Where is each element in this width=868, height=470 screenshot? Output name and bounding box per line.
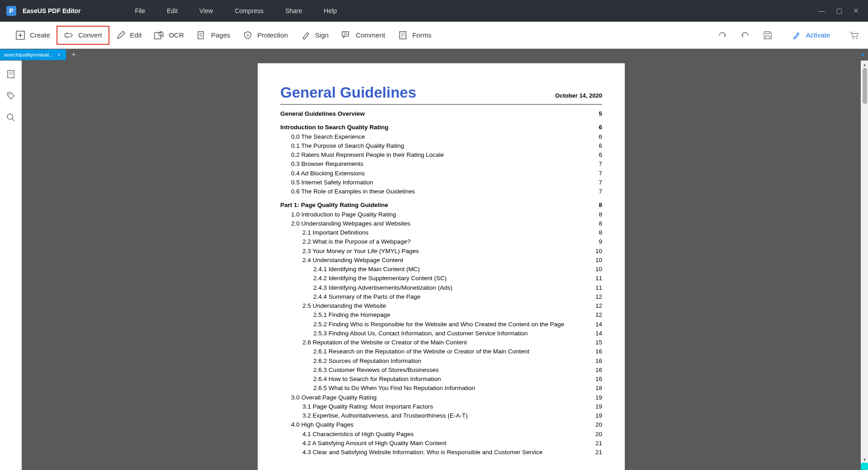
toc-page-num: 10 bbox=[595, 247, 602, 256]
window-controls: — ▢ ✕ bbox=[818, 7, 859, 15]
search-icon[interactable] bbox=[5, 112, 16, 123]
svg-line-5 bbox=[162, 36, 164, 37]
toc-page-num: 21 bbox=[595, 439, 602, 448]
scroll-thumb[interactable] bbox=[863, 68, 867, 104]
cart-icon[interactable] bbox=[849, 30, 859, 40]
close-icon[interactable]: ✕ bbox=[853, 7, 859, 15]
toc-row: 4.1 Characteristics of High Quality Page… bbox=[280, 430, 602, 439]
toc-row: 0.2 Raters Must Represent People in thei… bbox=[280, 150, 602, 160]
workspace: General Guidelines October 14, 2020 Gene… bbox=[0, 61, 868, 470]
toc-page-num: 11 bbox=[595, 283, 602, 292]
toc-row: 2.4.2 Identifying the Supplementary Cont… bbox=[280, 274, 602, 283]
menu-compress[interactable]: Compress bbox=[235, 7, 264, 14]
toc-row: 0.1 The Purpose of Search Quality Rating… bbox=[280, 141, 602, 150]
toc-text: 2.6 Reputation of the Website or Creator… bbox=[302, 338, 467, 347]
menu-edit[interactable]: Edit bbox=[167, 7, 178, 14]
convert-button[interactable]: Convert bbox=[57, 26, 109, 45]
toc-page-num: 8 bbox=[599, 210, 602, 219]
toc-row: 0.3 Browser Requirements7 bbox=[280, 160, 602, 169]
toc-page-num: 19 bbox=[595, 411, 602, 420]
toc-row: 2.6.2 Sources of Reputation Information1… bbox=[280, 357, 602, 366]
toc-text: 3.1 Page Quality Rating: Most Important … bbox=[302, 402, 433, 411]
scroll-up-icon[interactable]: ▴ bbox=[861, 61, 868, 68]
new-tab-button[interactable]: + bbox=[71, 50, 76, 60]
toc-text: 2.4 Understanding Webpage Content bbox=[302, 256, 403, 265]
toc-text: 4.2 A Satisfying Amount of High Quality … bbox=[302, 439, 446, 448]
tab-close-icon[interactable]: × bbox=[56, 52, 62, 57]
toc-text: 4.0 High Quality Pages bbox=[291, 420, 354, 429]
doc-date: October 14, 2020 bbox=[555, 92, 602, 99]
toc-row: Part 1: Page Quality Rating Guideline8 bbox=[280, 201, 602, 210]
tag-icon[interactable] bbox=[5, 90, 16, 101]
maximize-icon[interactable]: ▢ bbox=[836, 7, 842, 15]
toc-row: 2.3 Your Money or Your Life (YMYL) Pages… bbox=[280, 247, 602, 256]
toc-text: 2.6.4 How to Search for Reputation Infor… bbox=[313, 375, 441, 384]
toc-text: 2.6.1 Research on the Reputation of the … bbox=[313, 347, 529, 356]
toc-row: 0.6 The Role of Examples in these Guidel… bbox=[280, 187, 602, 196]
toc-row: 2.5.3 Finding About Us, Contact Informat… bbox=[280, 329, 602, 338]
toc-page-num: 12 bbox=[595, 301, 602, 310]
toc-row: 2.1 Important Definitions8 bbox=[280, 228, 602, 237]
redo-icon[interactable] bbox=[717, 30, 727, 40]
ocr-button[interactable]: OCR bbox=[148, 27, 190, 44]
toc-row: 1.0 Introduction to Page Quality Rating8 bbox=[280, 210, 602, 219]
toc-text: 2.4.1 Identifying the Main Content (MC) bbox=[313, 265, 420, 274]
toc-text: 4.1 Characteristics of High Quality Page… bbox=[302, 430, 414, 439]
toc-page-num: 16 bbox=[595, 366, 602, 375]
toc-row: 2.6.5 What to Do When You Find No Reputa… bbox=[280, 384, 602, 393]
toc-row: 2.6 Reputation of the Website or Creator… bbox=[280, 338, 602, 347]
toc-text: 0.1 The Purpose of Search Quality Rating bbox=[291, 141, 404, 150]
svg-rect-11 bbox=[342, 32, 349, 36]
toc-row: 4.2 A Satisfying Amount of High Quality … bbox=[280, 439, 602, 448]
toc-page-num: 8 bbox=[599, 201, 602, 210]
toc-page-num: 6 bbox=[599, 141, 602, 150]
app-title: EaseUS PDF Editor bbox=[23, 7, 80, 14]
toc-page-num: 11 bbox=[595, 274, 602, 283]
undo-icon[interactable] bbox=[740, 30, 750, 40]
toc-text: 2.4.3 Identifying Advertisements/Monetiz… bbox=[313, 283, 453, 292]
toc-row: 0.4 Ad Blocking Extensions7 bbox=[280, 169, 602, 178]
toc-page-num: 9 bbox=[599, 237, 602, 246]
toc-page-num: 10 bbox=[595, 256, 602, 265]
menu-file[interactable]: File bbox=[135, 7, 145, 14]
scroll-down-icon[interactable]: ▾ bbox=[861, 456, 868, 463]
scroll-corner-icon bbox=[861, 463, 868, 470]
sign-label: Sign bbox=[315, 31, 329, 39]
pages-button[interactable]: Pages bbox=[190, 27, 237, 44]
toc-page-num: 16 bbox=[595, 347, 602, 356]
toc-page-num: 20 bbox=[595, 430, 602, 439]
minimize-icon[interactable]: — bbox=[818, 7, 825, 15]
toc-page-num: 19 bbox=[595, 393, 602, 402]
menu-bar: File Edit View Compress Share Help bbox=[135, 7, 337, 14]
menu-help[interactable]: Help bbox=[324, 7, 337, 14]
scrollbar[interactable]: ▴ ▾ bbox=[861, 61, 868, 470]
toc-row: 2.5 Understanding the Website12 bbox=[280, 301, 602, 310]
toc-text: 2.5.3 Finding About Us, Contact Informat… bbox=[313, 329, 528, 338]
expand-arrow-icon[interactable]: ▼ bbox=[860, 52, 865, 57]
svg-rect-6 bbox=[198, 32, 203, 39]
activate-button[interactable]: Activate bbox=[785, 27, 836, 44]
document-area[interactable]: General Guidelines October 14, 2020 Gene… bbox=[22, 61, 861, 470]
toc-row: 3.1 Page Quality Rating: Most Important … bbox=[280, 402, 602, 411]
sign-button[interactable]: Sign bbox=[294, 27, 335, 44]
forms-button[interactable]: Forms bbox=[392, 27, 438, 44]
toc-text: 0.6 The Role of Examples in these Guidel… bbox=[291, 187, 415, 196]
thumbnails-icon[interactable] bbox=[5, 69, 16, 80]
protection-button[interactable]: Protection bbox=[236, 27, 294, 44]
toc-page-num: 20 bbox=[595, 420, 602, 429]
menu-share[interactable]: Share bbox=[285, 7, 302, 14]
activate-icon bbox=[792, 30, 802, 40]
document-tab[interactable]: searchqualityevaluat… × bbox=[0, 49, 66, 60]
comment-button[interactable]: Comment bbox=[335, 27, 392, 44]
edit-button[interactable]: Edit bbox=[109, 27, 148, 44]
pen-icon bbox=[301, 30, 311, 40]
toc-page-num: 8 bbox=[599, 228, 602, 237]
toc-row: 0.0 The Search Experience6 bbox=[280, 132, 602, 141]
create-button[interactable]: Create bbox=[9, 27, 57, 44]
toc-page-num: 12 bbox=[595, 292, 602, 301]
toc-row: 2.4 Understanding Webpage Content10 bbox=[280, 256, 602, 265]
svg-line-26 bbox=[12, 119, 14, 121]
menu-view[interactable]: View bbox=[199, 7, 213, 14]
save-icon[interactable] bbox=[763, 30, 773, 40]
toc-page-num: 12 bbox=[595, 310, 602, 320]
